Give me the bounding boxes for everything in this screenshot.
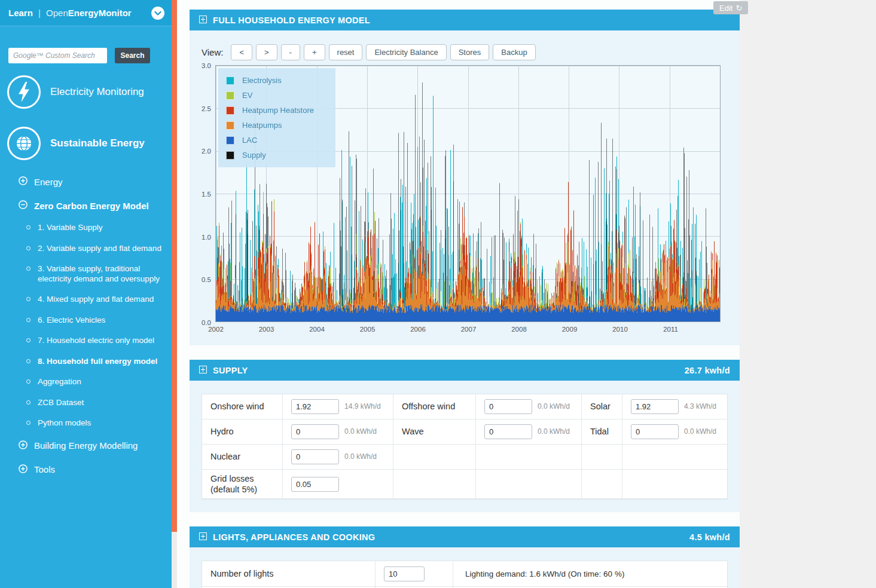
number-of-lights-input[interactable]: [384, 566, 425, 581]
expand-icon[interactable]: [199, 532, 207, 542]
bullet-icon: [26, 359, 30, 363]
offshore-wind-input[interactable]: [484, 399, 532, 414]
search-button[interactable]: Search: [115, 48, 150, 63]
nav-label: 8. Household full energy model: [38, 357, 164, 367]
legend-label: LAC: [242, 136, 257, 145]
section-sustainable-energy[interactable]: Sustainable Energy: [0, 127, 172, 160]
y-tick: 0.5: [202, 276, 211, 283]
lights-table: Number of lights Lighting demand: 1.6 kW…: [202, 561, 728, 588]
bullet-icon: [26, 338, 30, 342]
sidebar-item-mixed-supply-flat-demand[interactable]: 4. Mixed supply and flat demand: [26, 289, 172, 310]
onshore-wind-input[interactable]: [291, 399, 339, 414]
legend-swatch-lac: [226, 136, 234, 145]
nav-label: Building Energy Modelling: [34, 440, 138, 451]
zoom-in-button[interactable]: +: [304, 44, 325, 60]
plus-circle-icon: [19, 464, 28, 475]
legend-label: Heatpump Heatstore: [242, 106, 314, 115]
empty-cell: [622, 445, 728, 470]
model-panel: FULL HOUSEHOLD ENERGY MODEL View: < > - …: [190, 10, 740, 345]
x-tick: 2009: [562, 326, 578, 333]
y-tick: 2.0: [202, 148, 211, 155]
bullet-icon: [26, 379, 30, 384]
nav-label: 4. Mixed supply and flat demand: [38, 295, 164, 305]
electricity-balance-button[interactable]: Electricity Balance: [366, 44, 446, 60]
supply-unit: 0.0 kWh/d: [344, 427, 377, 436]
backup-button[interactable]: Backup: [493, 44, 535, 60]
x-tick: 2007: [461, 326, 477, 333]
main-content: Edit ↻ FULL HOUSEHOLD ENERGY MODEL View:…: [177, 0, 876, 588]
supply-cell: 0.0 kWh/d: [622, 419, 728, 445]
edit-button[interactable]: Edit ↻: [713, 1, 748, 14]
plus-circle-icon: [19, 176, 28, 187]
sidebar-scrollbar-track[interactable]: [172, 0, 177, 588]
sidebar-item-zcb-dataset[interactable]: ZCB Dataset: [26, 393, 172, 414]
nav-label: 3. Variable supply, traditional electric…: [38, 264, 164, 284]
panel-title: LIGHTS, APPLIANCES AND COOKING: [213, 532, 375, 542]
supply-cell: 0.0 kWh/d: [476, 394, 582, 419]
legend-swatch-electrolysis: [226, 76, 234, 85]
supply-cell: 4.3 kWh/d: [622, 394, 728, 419]
supply-panel-body: Onshore wind 14.9 kWh/d Offshore wind 0.…: [190, 381, 740, 512]
bullet-icon: [26, 318, 30, 322]
sidebar-item-variable-supply-traditional[interactable]: 3. Variable supply, traditional electric…: [26, 259, 172, 289]
reset-button[interactable]: reset: [329, 44, 363, 60]
expand-icon[interactable]: [199, 16, 207, 25]
sidebar-item-aggregation[interactable]: Aggregation: [26, 372, 172, 393]
x-tick: 2008: [511, 326, 527, 333]
grid-losses-input[interactable]: [291, 477, 339, 492]
lights-panel-header: LIGHTS, APPLIANCES AND COOKING 4.5 kwh/d: [190, 526, 740, 547]
nav-label: 7. Household electric only model: [38, 336, 164, 346]
sidebar-item-household-electric-only[interactable]: 7. Household electric only model: [26, 330, 172, 351]
supply-unit: 0.0 kWh/d: [684, 427, 716, 436]
sidebar-item-python-models[interactable]: Python models: [26, 413, 172, 434]
section-label: Electricity Monitoring: [50, 86, 144, 98]
sidebar-scrollbar-thumb[interactable]: [172, 0, 177, 532]
sidebar-item-building-energy-modelling[interactable]: Building Energy Modelling: [0, 434, 172, 458]
section-electricity-monitoring[interactable]: Electricity Monitoring: [0, 75, 172, 109]
supply-label: Wave: [393, 419, 476, 445]
bullet-icon: [26, 267, 30, 271]
brand-learn: Learn: [8, 8, 33, 18]
sidebar-item-tools[interactable]: Tools: [0, 458, 172, 482]
sidebar-item-energy[interactable]: Energy: [0, 170, 172, 194]
tidal-input[interactable]: [631, 424, 679, 439]
zoom-out-button[interactable]: -: [281, 44, 300, 60]
x-tick: 2010: [612, 326, 628, 333]
sidebar-collapse-chevron-icon[interactable]: [151, 7, 164, 20]
expand-icon[interactable]: [199, 366, 207, 375]
nav-label: Aggregation: [38, 377, 164, 387]
wave-input[interactable]: [484, 424, 532, 439]
empty-cell: [476, 470, 582, 499]
hydro-input[interactable]: [291, 424, 339, 439]
legend-item: EV: [218, 88, 335, 103]
sidebar-item-household-full-energy[interactable]: 8. Household full energy model: [26, 351, 172, 372]
bullet-icon: [26, 225, 30, 229]
nuclear-input[interactable]: [291, 449, 339, 464]
sidebar-item-zero-carbon-energy-model[interactable]: Zero Carbon Energy Model: [0, 194, 172, 218]
supply-unit: 14.9 kWh/d: [344, 402, 381, 411]
pan-left-button[interactable]: <: [231, 44, 252, 60]
supply-unit: 0.0 kWh/d: [538, 427, 570, 436]
sidebar-item-variable-supply-flat-demand[interactable]: 2. Variable supply and flat demand: [26, 238, 172, 259]
legend-label: EV: [242, 91, 252, 100]
energy-model-chart: 3.0 2.5 2.0 1.5 1.0 0.5 0.0 2002 2003 20…: [215, 65, 721, 322]
supply-unit: 0.0 kWh/d: [344, 452, 377, 461]
supply-unit: 0.0 kWh/d: [538, 402, 570, 411]
search-input[interactable]: [8, 48, 107, 63]
solar-input[interactable]: [631, 399, 679, 414]
sidebar-item-electric-vehicles[interactable]: 6. Electric Vehicles: [26, 310, 172, 331]
stores-button[interactable]: Stores: [450, 44, 490, 60]
chart-controls: View: < > - + reset Electricity Balance …: [202, 44, 536, 60]
pan-right-button[interactable]: >: [256, 44, 277, 60]
x-tick: 2005: [360, 326, 376, 333]
bullet-icon: [26, 246, 30, 250]
supply-label: Offshore wind: [393, 394, 476, 419]
supply-cell: 14.9 kWh/d: [283, 394, 393, 419]
lights-note: Lighting demand: 1.6 kWh/d (On time: 60 …: [453, 561, 728, 587]
sidebar-item-variable-supply[interactable]: 1. Variable Supply: [26, 218, 172, 238]
section-label: Sustainable Energy: [50, 137, 145, 149]
legend-swatch-heatpump-heatstore: [226, 106, 234, 115]
plus-circle-icon: [19, 440, 28, 451]
empty-cell: [393, 445, 476, 470]
brand[interactable]: Learn | OpenEnergyMonitor: [8, 8, 132, 18]
